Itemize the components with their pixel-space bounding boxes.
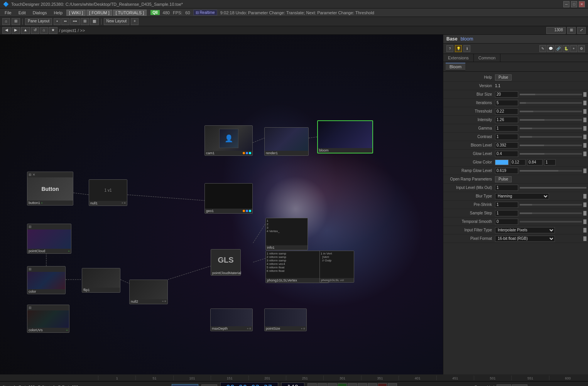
glow-color-r[interactable]: [510, 159, 525, 165]
blur-type-handle[interactable]: [583, 194, 586, 199]
node-canvas[interactable]: 👤 cam1 render1: [0, 35, 443, 374]
pixel-format-handle[interactable]: [583, 236, 586, 241]
loop-button[interactable]: Loop: [497, 384, 511, 386]
maximize-button[interactable]: □: [571, 1, 577, 7]
transport-prev-frame[interactable]: ◁: [328, 383, 337, 386]
param-intensity-control[interactable]: [495, 117, 586, 123]
param-glow-level-control[interactable]: [495, 151, 586, 157]
forum-button[interactable]: [ FORUM ]: [86, 10, 112, 16]
dot-blue[interactable]: [246, 152, 248, 154]
intensity-input[interactable]: [495, 117, 518, 123]
canvas-area[interactable]: 👤 cam1 render1: [0, 35, 443, 374]
glow-level-input[interactable]: [495, 151, 518, 157]
layout-4[interactable]: ⊞: [81, 18, 89, 25]
bulb-icon-btn[interactable]: 💡: [455, 45, 462, 52]
input-level-input[interactable]: [495, 185, 518, 191]
nav-bookmark[interactable]: ★: [49, 27, 57, 34]
python-icon-btn[interactable]: 🐍: [563, 45, 569, 52]
home-button[interactable]: ⌂: [2, 18, 10, 25]
param-ramp-glow-level-control[interactable]: [495, 168, 586, 174]
intensity-handle[interactable]: [583, 118, 586, 122]
nav-forward[interactable]: ▶: [12, 27, 20, 34]
blur-type-select[interactable]: Hanning Box Gaussian: [495, 193, 549, 199]
transport-add[interactable]: +: [388, 383, 397, 386]
layout-2[interactable]: ▪▪: [61, 18, 69, 25]
params-area[interactable]: Help Pulse Version 1.1 Blur Size: [443, 72, 588, 374]
glow-color-g[interactable]: [527, 159, 542, 165]
glow-color-swatch[interactable]: [495, 160, 509, 165]
node-maxdepth[interactable]: maxDepth + ≡: [210, 308, 253, 331]
dot-cyan[interactable]: [249, 152, 251, 154]
layout-3[interactable]: ▪▪▪: [70, 18, 80, 25]
once-button[interactable]: Once: [512, 384, 527, 386]
node-render1[interactable]: render1: [264, 127, 309, 156]
threshold-input[interactable]: [495, 108, 518, 115]
transport-rewind[interactable]: ⏮: [308, 383, 317, 386]
temporal-smooth-input[interactable]: [495, 219, 518, 225]
temporal-smooth-handle[interactable]: [583, 219, 586, 224]
node-gls[interactable]: GLS pointCloudMaterial: [211, 249, 241, 276]
blur-size-handle[interactable]: [583, 92, 586, 97]
gamma-input[interactable]: [495, 125, 518, 131]
contrast-input[interactable]: [495, 134, 518, 140]
transport-play[interactable]: ▶: [338, 383, 347, 386]
transport-end[interactable]: ⏭: [368, 383, 377, 386]
nav-refresh[interactable]: ↺: [31, 27, 39, 34]
ramp-glow-level-input[interactable]: [495, 168, 518, 174]
glow-level-handle[interactable]: [583, 152, 586, 156]
plus-icon-btn[interactable]: +: [570, 45, 577, 52]
frame-input[interactable]: 1308: [546, 27, 566, 34]
pane-button[interactable]: ⊞: [12, 18, 20, 25]
nav-home[interactable]: ⌂: [40, 27, 48, 34]
nav-back[interactable]: ◀: [2, 27, 11, 34]
minimize-button[interactable]: ─: [563, 1, 569, 7]
param-bloom-level-control[interactable]: [495, 142, 586, 148]
pre-shrink-slider[interactable]: [520, 204, 582, 206]
settings-icon-btn[interactable]: ⚙: [578, 45, 585, 52]
node-null1[interactable]: 1 v1 null1 + ≡: [89, 179, 127, 206]
node-pointsize[interactable]: pointSize + ≡: [264, 308, 307, 331]
node-null2[interactable]: null2 + ≡: [129, 280, 168, 304]
close-button[interactable]: ✕: [579, 1, 585, 7]
blur-size-slider[interactable]: [520, 94, 582, 95]
pre-shrink-input[interactable]: [495, 202, 518, 208]
wiki-button[interactable]: [ WIKI ]: [66, 10, 86, 16]
bloom-level-handle[interactable]: [583, 143, 586, 148]
ramp-glow-level-handle[interactable]: [583, 169, 586, 173]
blur-size-input[interactable]: [495, 91, 518, 98]
param-contrast-control[interactable]: [495, 134, 586, 140]
tab-common[interactable]: Common: [474, 54, 501, 62]
bloom-level-input[interactable]: [495, 142, 518, 148]
node-coloruvs[interactable]: ⊞ colorUVs +: [27, 305, 69, 333]
ramp-glow-level-slider[interactable]: [520, 170, 582, 172]
sample-step-input[interactable]: [495, 210, 518, 216]
layout-5[interactable]: ▦: [90, 18, 99, 25]
iterations-handle[interactable]: [583, 101, 586, 105]
geo1-dot-orange[interactable]: [243, 210, 245, 212]
sample-step-handle[interactable]: [583, 211, 586, 216]
layout-1[interactable]: ▪: [54, 18, 61, 25]
intensity-slider[interactable]: [520, 119, 582, 121]
transport-record[interactable]: ⏺: [378, 383, 387, 386]
node-pointcloud[interactable]: ⊞ pointCloud +: [27, 224, 71, 254]
help-icon-btn[interactable]: ?: [446, 45, 453, 52]
pane-layout-button[interactable]: Pane Layout: [25, 18, 52, 25]
param-iterations-control[interactable]: [495, 100, 586, 106]
fullscreen-button[interactable]: ⤢: [577, 27, 586, 34]
glow-color-b[interactable]: [544, 159, 556, 165]
transport-back[interactable]: ◀: [318, 383, 327, 386]
nav-up[interactable]: ▲: [21, 27, 30, 34]
menu-dialogs[interactable]: Dialogs: [30, 10, 50, 16]
contrast-handle[interactable]: [583, 135, 586, 139]
menu-edit[interactable]: Edit: [15, 10, 29, 16]
iterations-input[interactable]: [495, 100, 518, 106]
node-flip1[interactable]: flip1: [82, 268, 120, 293]
edit-icon-btn[interactable]: ✎: [539, 45, 546, 52]
dot-orange[interactable]: [243, 152, 245, 154]
param-blur-size-control[interactable]: [495, 91, 586, 98]
open-ramp-pulse-button[interactable]: Pulse: [495, 176, 512, 182]
pre-shrink-handle[interactable]: [583, 202, 586, 207]
pixel-format-select[interactable]: 16-bit float (RGB) 8-bit fixed 32-bit fl…: [495, 236, 555, 242]
input-filter-type-select[interactable]: Interpolate Pixels Nearest Pixel: [495, 227, 555, 233]
grid-button[interactable]: ⊞: [567, 27, 576, 34]
